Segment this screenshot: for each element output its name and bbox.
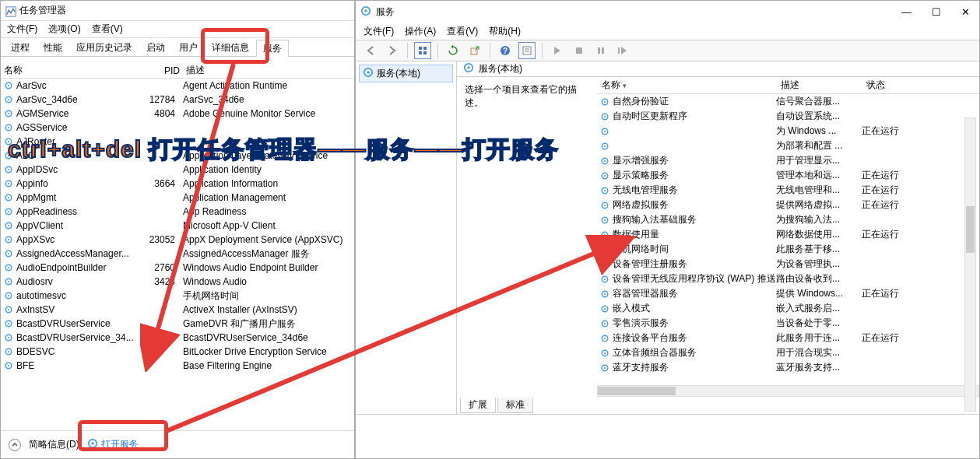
vertical-scrollbar[interactable] (964, 117, 976, 412)
tab-processes[interactable]: 进程 (4, 39, 37, 56)
svg-rect-59 (602, 47, 604, 54)
svc-menu-file[interactable]: 文件(F) (364, 25, 394, 38)
list-item[interactable]: 显示增强服务用于管理显示... (597, 153, 979, 168)
gear-icon (600, 363, 609, 373)
col-svc-status[interactable]: 状态 (862, 79, 924, 92)
menu-view[interactable]: 查看(V) (92, 23, 123, 36)
list-item[interactable]: 零售演示服务当设备处于零... (597, 316, 979, 331)
tree-root-item[interactable]: 服务(本地) (359, 65, 453, 82)
table-row[interactable]: BcastDVRUserServiceGameDVR 和广播用户服务 (1, 317, 354, 331)
svg-rect-54 (523, 47, 531, 54)
taskmgr-titlebar: 任务管理器 (1, 1, 354, 21)
services-title: 服务 (376, 5, 395, 19)
list-item[interactable]: 网络虚拟服务提供网络虚拟...正在运行 (597, 198, 979, 212)
table-row[interactable]: BDESVCBitLocker Drive Encryption Service (1, 345, 354, 359)
restart-button[interactable] (614, 42, 631, 59)
properties-button[interactable] (518, 42, 536, 59)
help-button[interactable]: ? (497, 42, 514, 59)
svc-menu-action[interactable]: 操作(A) (405, 25, 436, 38)
svg-point-94 (604, 307, 606, 309)
table-row[interactable]: AppXSvc23052AppX Deployment Service (App… (1, 233, 354, 247)
svc-desc: AppX Deployment Service (AppXSVC) (183, 234, 354, 245)
list-item[interactable]: 手机网络时间此服务基于移... (597, 242, 979, 257)
list-item[interactable]: 自动时区更新程序自动设置系统... (597, 109, 979, 124)
tab-services[interactable]: 服务 (256, 40, 289, 57)
tab-performance[interactable]: 性能 (37, 39, 69, 56)
table-row[interactable]: autotimesvc手机网络时间 (1, 289, 354, 303)
open-services-link[interactable]: 打开服务 (87, 438, 139, 451)
list-item[interactable]: 自然身份验证信号聚合器服... (597, 94, 979, 109)
horizontal-scrollbar[interactable] (597, 385, 979, 397)
table-row[interactable]: Appinfo3664Application Information (1, 177, 354, 191)
start-button[interactable] (549, 42, 566, 59)
list-item[interactable]: 连接设备平台服务此服务用于连...正在运行 (597, 331, 979, 345)
list-item[interactable]: 嵌入模式嵌入式服务启... (597, 301, 979, 316)
service-list-pane: 名称▾ 描述 状态 自然身份验证信号聚合器服...自动时区更新程序自动设置系统.… (597, 77, 979, 397)
list-item[interactable]: 为部署和配置 ... (597, 138, 979, 153)
col-name[interactable]: 名称 (1, 64, 149, 77)
tab-details[interactable]: 详细信息 (205, 39, 256, 56)
table-row[interactable]: AssignedAccessManager...AssignedAccessMa… (1, 247, 354, 261)
pause-button[interactable] (592, 42, 609, 59)
gear-icon (4, 347, 13, 356)
list-item[interactable]: 立体音频组合器服务用于混合现实... (597, 345, 979, 360)
table-row[interactable]: AarSvcAgent Activation Runtime (1, 79, 354, 93)
col-svc-name[interactable]: 名称▾ (597, 79, 776, 92)
svc-name-label: AppXSvc (16, 234, 54, 245)
collapse-icon[interactable] (9, 439, 21, 451)
gear-icon (600, 215, 609, 225)
table-row[interactable]: AppMgmtApplication Management (1, 191, 354, 205)
col-svc-desc[interactable]: 描述 (776, 79, 862, 92)
list-item[interactable]: 数据使用量网络数据使用...正在运行 (597, 227, 979, 242)
forward-button[interactable] (384, 42, 401, 59)
tab-standard[interactable]: 标准 (497, 398, 533, 413)
export-button[interactable] (466, 42, 483, 59)
svg-point-46 (364, 9, 367, 12)
svc-name-label: AppIDSvc (16, 164, 58, 175)
table-row[interactable]: AudioEndpointBuilder2760Windows Audio En… (1, 261, 354, 275)
list-item[interactable]: 设备管理注册服务为设备管理执... (597, 257, 979, 272)
tab-startup[interactable]: 启动 (139, 39, 172, 56)
svc-name-label: BcastDVRUserService_34... (16, 332, 134, 343)
tab-apphistory[interactable]: 应用历史记录 (69, 39, 139, 56)
table-row[interactable]: BcastDVRUserService_34...BcastDVRUserSer… (1, 331, 354, 345)
svc-menu-view[interactable]: 查看(V) (447, 25, 478, 38)
table-row[interactable]: AppVClientMicrosoft App-V Client (1, 219, 354, 233)
tab-users[interactable]: 用户 (172, 39, 205, 56)
list-desc: 为部署和配置 ... (776, 139, 862, 152)
list-item[interactable]: 显示策略服务管理本地和远...正在运行 (597, 168, 979, 183)
stop-button[interactable] (571, 42, 588, 59)
table-row[interactable]: Audiosrv3424Windows Audio (1, 275, 354, 289)
list-status: 正在运行 (862, 184, 924, 197)
table-row[interactable]: AarSvc_34d6e12784AarSvc_34d6e (1, 93, 354, 107)
list-item[interactable]: 搜狗输入法基础服务为搜狗输入法... (597, 212, 979, 227)
maximize-button[interactable]: ☐ (932, 6, 941, 18)
menu-file[interactable]: 文件(F) (7, 23, 37, 36)
list-item[interactable]: 为 Windows ...正在运行 (597, 124, 979, 138)
taskmgr-icon (5, 6, 15, 16)
gear-icon (4, 109, 13, 118)
list-item[interactable]: 蓝牙支持服务蓝牙服务支持... (597, 360, 979, 375)
table-row[interactable]: AppReadinessApp Readiness (1, 205, 354, 219)
refresh-button[interactable] (444, 42, 462, 59)
col-desc[interactable]: 描述 (183, 64, 354, 77)
col-pid[interactable]: PID (149, 65, 183, 76)
table-row[interactable]: BFEBase Filtering Engine (1, 359, 354, 373)
services-list[interactable]: 自然身份验证信号聚合器服...自动时区更新程序自动设置系统...为 Window… (597, 94, 979, 385)
list-item[interactable]: 设备管理无线应用程序协议 (WAP) 推送...路由设备收到... (597, 272, 979, 286)
table-row[interactable]: AGMService4804Adobe Genuine Monitor Serv… (1, 107, 354, 121)
simple-info-label[interactable]: 简略信息(D) (29, 438, 79, 451)
minimize-button[interactable]: — (901, 6, 912, 18)
svc-menu-help[interactable]: 帮助(H) (489, 25, 521, 38)
back-button[interactable] (362, 42, 379, 59)
table-row[interactable]: AGSService (1, 121, 354, 135)
table-row[interactable]: AxInstSVActiveX Installer (AxInstSV) (1, 303, 354, 317)
list-item[interactable]: 容器管理器服务提供 Windows...正在运行 (597, 286, 979, 301)
toolbar-view-button[interactable] (414, 42, 431, 59)
tab-extended[interactable]: 扩展 (460, 398, 496, 413)
list-item[interactable]: 无线电管理服务无线电管理和...正在运行 (597, 183, 979, 198)
close-button[interactable]: ✕ (961, 6, 970, 18)
taskmgr-service-list[interactable]: AarSvcAgent Activation RuntimeAarSvc_34d… (1, 79, 354, 413)
taskmgr-menubar: 文件(F) 选项(O) 查看(V) (1, 21, 354, 38)
menu-options[interactable]: 选项(O) (48, 23, 80, 36)
